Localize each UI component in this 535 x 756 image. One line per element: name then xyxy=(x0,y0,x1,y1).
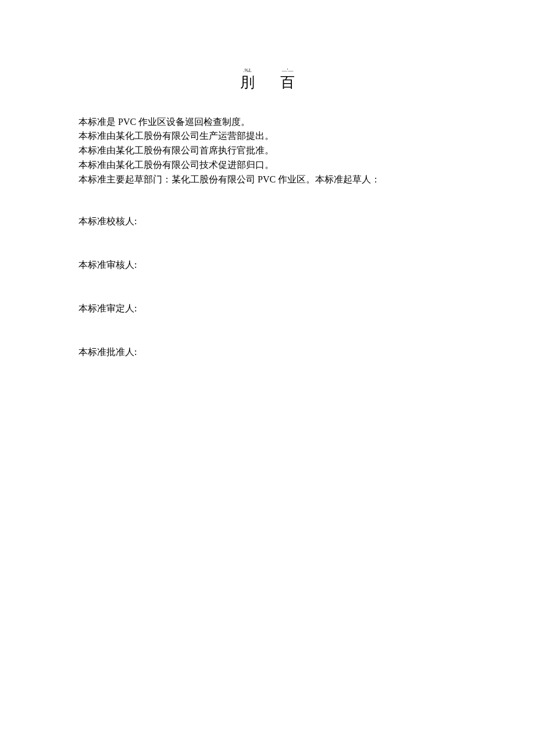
paragraph-line: 本标准由某化工股份有限公司技术促进部归口。 xyxy=(79,158,456,173)
reviewer-audit-line: 本标准审核人: xyxy=(79,258,456,273)
document-page: .%l. 刖 —'— 百 本标准是 PVC 作业区设备巡回检查制度。 本标准由某… xyxy=(0,0,535,360)
title-char-1-main: 刖 xyxy=(240,74,255,91)
title-char-2: —'— 百 xyxy=(280,68,295,91)
title-char-2-main: 百 xyxy=(280,74,295,91)
title-char-2-annotation: —'— xyxy=(282,68,294,73)
title-ruby-group: .%l. 刖 —'— 百 xyxy=(240,68,295,91)
reviewer-approve-line: 本标准批准人: xyxy=(79,345,456,360)
document-title: .%l. 刖 —'— 百 xyxy=(79,64,456,91)
title-char-1-annotation: .%l. xyxy=(243,68,252,73)
reviewer-verify-line: 本标准审定人: xyxy=(79,302,456,316)
intro-paragraph-block: 本标准是 PVC 作业区设备巡回检查制度。 本标准由某化工股份有限公司生产运营部… xyxy=(79,115,456,187)
paragraph-line: 本标准由某化工股份有限公司首席执行官批准。 xyxy=(79,144,456,158)
paragraph-line: 本标准主要起草部门：某化工股份有限公司 PVC 作业区。本标准起草人： xyxy=(79,173,456,187)
reviewer-checker-line: 本标准校核人: xyxy=(79,214,456,229)
paragraph-line: 本标准是 PVC 作业区设备巡回检查制度。 xyxy=(79,115,456,130)
title-char-1: .%l. 刖 xyxy=(240,68,255,91)
paragraph-line: 本标准由某化工股份有限公司生产运营部提出。 xyxy=(79,129,456,144)
